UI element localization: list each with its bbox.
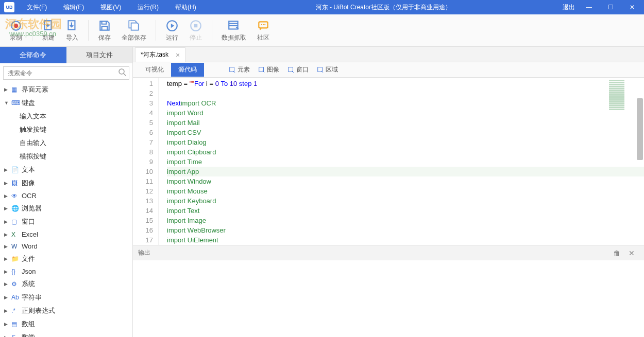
tree-item[interactable]: ▶⚙系统 <box>0 277 132 291</box>
scroll-thumb[interactable] <box>637 98 643 160</box>
window-title: 河东 - UiBot Creator社区版（仅用于非商业用途） <box>205 3 563 12</box>
saveall-button[interactable]: 全部保存 <box>116 17 151 44</box>
svg-point-15 <box>264 24 265 25</box>
sidebar: 全部命令项目文件 ▶▦界面元素▼⌨键盘输入文本触发按键自由输入模拟按键▶📄文本▶… <box>0 47 133 337</box>
maximize-button[interactable]: ☐ <box>603 0 618 14</box>
file-tabs: *河东.task × <box>133 47 644 62</box>
tree-item[interactable]: ▶📁文件 <box>0 252 132 265</box>
view-tab[interactable]: 可视化 <box>138 63 171 77</box>
tree-item[interactable]: ▼⌨键盘 <box>0 96 132 110</box>
vertical-scrollbar[interactable] <box>637 78 643 245</box>
stop-button: 停止 <box>184 17 208 44</box>
search-icon[interactable] <box>118 68 126 78</box>
tree-child-item[interactable]: 触发按键 <box>0 123 132 136</box>
tree-item[interactable]: ▶▦界面元素 <box>0 83 132 96</box>
clear-output-icon[interactable]: 🗑 <box>609 249 624 257</box>
menu-bar: 文件(F)编辑(E)视图(V)运行(R)帮助(H) <box>19 0 205 14</box>
save-button[interactable]: 保存 <box>93 17 116 44</box>
tree-child-item[interactable]: 自由输入 <box>0 136 132 150</box>
menu-item[interactable]: 帮助(H) <box>167 0 205 14</box>
svg-line-17 <box>124 74 126 76</box>
close-output-icon[interactable]: ✕ <box>624 249 639 257</box>
new-button[interactable]: 新建 <box>37 17 60 44</box>
svg-point-16 <box>119 69 124 74</box>
menu-item[interactable]: 视图(V) <box>92 0 129 14</box>
sidebar-tab[interactable]: 全部命令 <box>0 47 66 63</box>
menu-item[interactable]: 运行(R) <box>129 0 167 14</box>
tree-item[interactable]: ▶.*正则表达式 <box>0 304 132 317</box>
minimize-button[interactable]: — <box>581 0 597 14</box>
svg-point-13 <box>261 24 262 25</box>
svg-point-1 <box>14 23 19 28</box>
tree-item[interactable]: ▶▢窗口 <box>0 215 132 228</box>
inspector-button[interactable]: 区域 <box>313 63 342 76</box>
record-button[interactable]: 录制 <box>4 17 28 44</box>
tree-item[interactable]: ▶🖼图像 <box>0 176 132 190</box>
tree-item[interactable]: ▶📄文本 <box>0 163 132 176</box>
app-logo: UB <box>4 2 14 12</box>
tree-item[interactable]: ▶🌐浏览器 <box>0 202 132 215</box>
tree-item[interactable]: ▶{}Json <box>0 265 132 277</box>
tree-item[interactable]: ▶👁OCR <box>0 190 132 202</box>
run-button[interactable]: 运行 <box>160 17 184 44</box>
svg-rect-8 <box>194 24 198 27</box>
tree-item[interactable]: ▶▤数组 <box>0 317 132 331</box>
tree-child-item[interactable]: 模拟按键 <box>0 150 132 163</box>
view-bar: 可视化源代码元素图像窗口区域 <box>133 62 644 78</box>
exit-button[interactable]: 退出 <box>563 3 575 12</box>
import-button[interactable]: 导入 <box>60 17 84 44</box>
output-body <box>133 260 644 337</box>
command-tree: ▶▦界面元素▼⌨键盘输入文本触发按键自由输入模拟按键▶📄文本▶🖼图像▶👁OCR▶… <box>0 83 132 337</box>
menu-item[interactable]: 编辑(E) <box>55 0 92 14</box>
sidebar-tab[interactable]: 项目文件 <box>66 47 133 63</box>
menu-item[interactable]: 文件(F) <box>19 0 55 14</box>
tree-item[interactable]: ▶Ab字符串 <box>0 291 132 304</box>
tree-child-item[interactable]: 输入文本 <box>0 110 132 123</box>
close-button[interactable]: ✕ <box>624 0 640 14</box>
code-editor[interactable]: 1234567891011121314151617 temp = ""For i… <box>133 78 644 245</box>
minimap[interactable] <box>609 80 635 131</box>
tree-item[interactable]: ▶XExcel <box>0 228 132 240</box>
line-gutter: 1234567891011121314151617 <box>133 78 159 245</box>
output-title: 输出 <box>138 249 609 257</box>
output-panel: 输出 🗑 ✕ <box>133 245 644 337</box>
inspector-button[interactable]: 元素 <box>225 63 254 76</box>
view-tab[interactable]: 源代码 <box>171 63 204 77</box>
scrape-button[interactable]: 数据抓取 <box>216 17 251 44</box>
search-input[interactable] <box>3 66 129 80</box>
code-content[interactable]: temp = ""For i = 0 To 10 step 1Nextimpor… <box>159 78 644 245</box>
file-tab[interactable]: *河东.task × <box>135 47 185 62</box>
tree-item[interactable]: ▶∑数学 <box>0 331 132 337</box>
close-tab-icon[interactable]: × <box>176 51 180 59</box>
toolbar: 录制新建导入保存全部保存运行停止数据抓取社区 <box>0 14 644 46</box>
inspector-button[interactable]: 图像 <box>254 63 283 76</box>
file-tab-label: *河东.task <box>141 50 168 59</box>
svg-point-14 <box>263 24 264 25</box>
tree-item[interactable]: ▶WWord <box>0 240 132 252</box>
titlebar: UB 文件(F)编辑(E)视图(V)运行(R)帮助(H) 河东 - UiBot … <box>0 0 644 14</box>
community-button[interactable]: 社区 <box>251 17 275 44</box>
inspector-button[interactable]: 窗口 <box>283 63 313 76</box>
editor-area: *河东.task × 可视化源代码元素图像窗口区域 12345678910111… <box>133 47 644 337</box>
